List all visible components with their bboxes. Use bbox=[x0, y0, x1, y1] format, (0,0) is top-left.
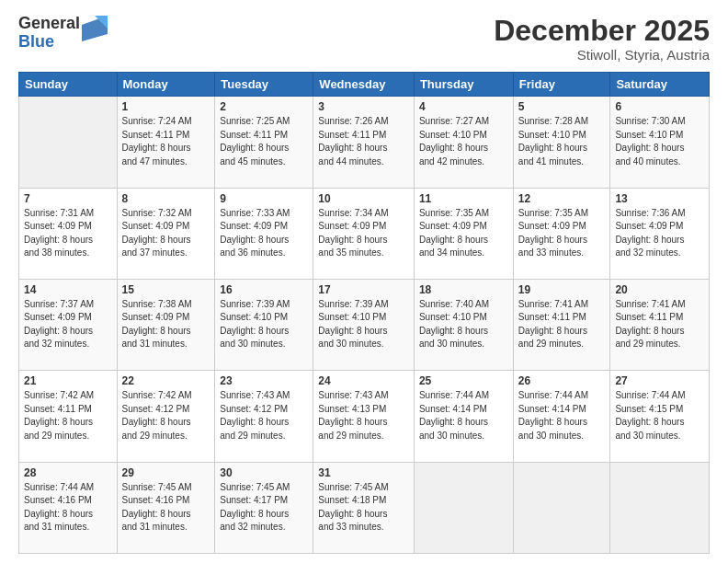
calendar-cell: 31Sunrise: 7:45 AM Sunset: 4:18 PM Dayli… bbox=[313, 462, 415, 553]
calendar-cell: 3Sunrise: 7:26 AM Sunset: 4:11 PM Daylig… bbox=[313, 97, 415, 188]
day-info: Sunrise: 7:30 AM Sunset: 4:10 PM Dayligh… bbox=[615, 115, 704, 168]
calendar-cell: 4Sunrise: 7:27 AM Sunset: 4:10 PM Daylig… bbox=[414, 97, 513, 188]
day-info: Sunrise: 7:31 AM Sunset: 4:09 PM Dayligh… bbox=[24, 207, 112, 260]
calendar-body: 1Sunrise: 7:24 AM Sunset: 4:11 PM Daylig… bbox=[19, 97, 710, 554]
logo-blue: Blue bbox=[18, 33, 80, 52]
day-info: Sunrise: 7:38 AM Sunset: 4:09 PM Dayligh… bbox=[122, 298, 210, 351]
calendar-cell: 25Sunrise: 7:44 AM Sunset: 4:14 PM Dayli… bbox=[414, 371, 513, 462]
day-info: Sunrise: 7:39 AM Sunset: 4:10 PM Dayligh… bbox=[220, 298, 308, 351]
calendar-week-row: 14Sunrise: 7:37 AM Sunset: 4:09 PM Dayli… bbox=[19, 279, 710, 370]
calendar-cell: 11Sunrise: 7:35 AM Sunset: 4:09 PM Dayli… bbox=[414, 188, 513, 279]
day-info: Sunrise: 7:44 AM Sunset: 4:16 PM Dayligh… bbox=[24, 481, 112, 534]
day-info: Sunrise: 7:41 AM Sunset: 4:11 PM Dayligh… bbox=[615, 298, 704, 351]
calendar-cell: 22Sunrise: 7:42 AM Sunset: 4:12 PM Dayli… bbox=[117, 371, 215, 462]
calendar-header-cell: Wednesday bbox=[313, 73, 415, 97]
day-info: Sunrise: 7:37 AM Sunset: 4:09 PM Dayligh… bbox=[24, 298, 112, 351]
day-number: 18 bbox=[419, 283, 508, 296]
calendar-cell: 16Sunrise: 7:39 AM Sunset: 4:10 PM Dayli… bbox=[215, 279, 313, 370]
day-number: 1 bbox=[122, 100, 210, 113]
day-info: Sunrise: 7:28 AM Sunset: 4:10 PM Dayligh… bbox=[518, 115, 606, 168]
calendar-cell: 26Sunrise: 7:44 AM Sunset: 4:14 PM Dayli… bbox=[513, 371, 610, 462]
day-number: 16 bbox=[220, 283, 308, 296]
title-block: December 2025 Stiwoll, Styria, Austria bbox=[494, 15, 710, 63]
day-info: Sunrise: 7:27 AM Sunset: 4:10 PM Dayligh… bbox=[419, 115, 508, 168]
header: General Blue December 2025 Stiwoll, Styr… bbox=[18, 15, 710, 63]
day-info: Sunrise: 7:39 AM Sunset: 4:10 PM Dayligh… bbox=[318, 298, 409, 351]
location: Stiwoll, Styria, Austria bbox=[494, 47, 710, 63]
day-number: 8 bbox=[122, 192, 210, 205]
calendar-cell: 24Sunrise: 7:43 AM Sunset: 4:13 PM Dayli… bbox=[313, 371, 415, 462]
calendar-cell: 21Sunrise: 7:42 AM Sunset: 4:11 PM Dayli… bbox=[19, 371, 118, 462]
day-info: Sunrise: 7:32 AM Sunset: 4:09 PM Dayligh… bbox=[122, 207, 210, 260]
day-info: Sunrise: 7:42 AM Sunset: 4:11 PM Dayligh… bbox=[24, 389, 112, 442]
day-number: 24 bbox=[318, 374, 409, 387]
day-number: 4 bbox=[419, 100, 508, 113]
month-title: December 2025 bbox=[494, 15, 710, 47]
day-info: Sunrise: 7:41 AM Sunset: 4:11 PM Dayligh… bbox=[518, 298, 606, 351]
calendar-cell: 18Sunrise: 7:40 AM Sunset: 4:10 PM Dayli… bbox=[414, 279, 513, 370]
calendar-cell: 12Sunrise: 7:35 AM Sunset: 4:09 PM Dayli… bbox=[513, 188, 610, 279]
calendar-cell bbox=[610, 462, 710, 553]
day-info: Sunrise: 7:45 AM Sunset: 4:16 PM Dayligh… bbox=[122, 481, 210, 534]
calendar-table: SundayMondayTuesdayWednesdayThursdayFrid… bbox=[18, 72, 710, 554]
day-number: 6 bbox=[615, 100, 704, 113]
day-number: 23 bbox=[220, 374, 308, 387]
calendar-cell: 15Sunrise: 7:38 AM Sunset: 4:09 PM Dayli… bbox=[117, 279, 215, 370]
day-info: Sunrise: 7:34 AM Sunset: 4:09 PM Dayligh… bbox=[318, 207, 409, 260]
logo-text: General Blue bbox=[18, 15, 80, 52]
day-number: 31 bbox=[318, 466, 409, 479]
day-info: Sunrise: 7:40 AM Sunset: 4:10 PM Dayligh… bbox=[419, 298, 508, 351]
day-number: 26 bbox=[518, 374, 606, 387]
calendar-cell: 9Sunrise: 7:33 AM Sunset: 4:09 PM Daylig… bbox=[215, 188, 313, 279]
calendar-week-row: 21Sunrise: 7:42 AM Sunset: 4:11 PM Dayli… bbox=[19, 371, 710, 462]
day-number: 19 bbox=[518, 283, 606, 296]
day-info: Sunrise: 7:33 AM Sunset: 4:09 PM Dayligh… bbox=[220, 207, 308, 260]
calendar-header: SundayMondayTuesdayWednesdayThursdayFrid… bbox=[19, 73, 710, 97]
calendar-week-row: 1Sunrise: 7:24 AM Sunset: 4:11 PM Daylig… bbox=[19, 97, 710, 188]
logo-general: General bbox=[18, 15, 80, 33]
calendar-cell: 10Sunrise: 7:34 AM Sunset: 4:09 PM Dayli… bbox=[313, 188, 415, 279]
calendar-week-row: 28Sunrise: 7:44 AM Sunset: 4:16 PM Dayli… bbox=[19, 462, 710, 553]
day-info: Sunrise: 7:36 AM Sunset: 4:09 PM Dayligh… bbox=[615, 207, 704, 260]
logo-icon bbox=[82, 16, 108, 41]
day-number: 14 bbox=[24, 283, 112, 296]
calendar-cell: 30Sunrise: 7:45 AM Sunset: 4:17 PM Dayli… bbox=[215, 462, 313, 553]
calendar-cell: 28Sunrise: 7:44 AM Sunset: 4:16 PM Dayli… bbox=[19, 462, 118, 553]
calendar-cell: 1Sunrise: 7:24 AM Sunset: 4:11 PM Daylig… bbox=[117, 97, 215, 188]
calendar-cell bbox=[19, 97, 118, 188]
calendar-week-row: 7Sunrise: 7:31 AM Sunset: 4:09 PM Daylig… bbox=[19, 188, 710, 279]
calendar-cell: 14Sunrise: 7:37 AM Sunset: 4:09 PM Dayli… bbox=[19, 279, 118, 370]
day-number: 11 bbox=[419, 192, 508, 205]
day-number: 30 bbox=[220, 466, 308, 479]
calendar-cell: 19Sunrise: 7:41 AM Sunset: 4:11 PM Dayli… bbox=[513, 279, 610, 370]
day-number: 13 bbox=[615, 192, 704, 205]
day-number: 27 bbox=[615, 374, 704, 387]
calendar-header-cell: Sunday bbox=[19, 73, 118, 97]
calendar-cell: 27Sunrise: 7:44 AM Sunset: 4:15 PM Dayli… bbox=[610, 371, 710, 462]
day-info: Sunrise: 7:44 AM Sunset: 4:14 PM Dayligh… bbox=[419, 389, 508, 442]
calendar-cell: 7Sunrise: 7:31 AM Sunset: 4:09 PM Daylig… bbox=[19, 188, 118, 279]
day-number: 17 bbox=[318, 283, 409, 296]
day-number: 29 bbox=[122, 466, 210, 479]
page-container: General Blue December 2025 Stiwoll, Styr… bbox=[0, 0, 728, 563]
day-number: 20 bbox=[615, 283, 704, 296]
calendar-cell: 23Sunrise: 7:43 AM Sunset: 4:12 PM Dayli… bbox=[215, 371, 313, 462]
day-number: 3 bbox=[318, 100, 409, 113]
day-info: Sunrise: 7:44 AM Sunset: 4:15 PM Dayligh… bbox=[615, 389, 704, 442]
day-info: Sunrise: 7:35 AM Sunset: 4:09 PM Dayligh… bbox=[518, 207, 606, 260]
day-number: 25 bbox=[419, 374, 508, 387]
day-number: 10 bbox=[318, 192, 409, 205]
day-number: 5 bbox=[518, 100, 606, 113]
calendar-cell: 8Sunrise: 7:32 AM Sunset: 4:09 PM Daylig… bbox=[117, 188, 215, 279]
day-info: Sunrise: 7:42 AM Sunset: 4:12 PM Dayligh… bbox=[122, 389, 210, 442]
day-number: 12 bbox=[518, 192, 606, 205]
calendar-cell: 6Sunrise: 7:30 AM Sunset: 4:10 PM Daylig… bbox=[610, 97, 710, 188]
day-number: 22 bbox=[122, 374, 210, 387]
day-info: Sunrise: 7:43 AM Sunset: 4:12 PM Dayligh… bbox=[220, 389, 308, 442]
calendar-cell bbox=[414, 462, 513, 553]
calendar-cell: 29Sunrise: 7:45 AM Sunset: 4:16 PM Dayli… bbox=[117, 462, 215, 553]
calendar-header-cell: Friday bbox=[513, 73, 610, 97]
day-info: Sunrise: 7:43 AM Sunset: 4:13 PM Dayligh… bbox=[318, 389, 409, 442]
day-info: Sunrise: 7:26 AM Sunset: 4:11 PM Dayligh… bbox=[318, 115, 409, 168]
calendar-header-cell: Tuesday bbox=[215, 73, 313, 97]
